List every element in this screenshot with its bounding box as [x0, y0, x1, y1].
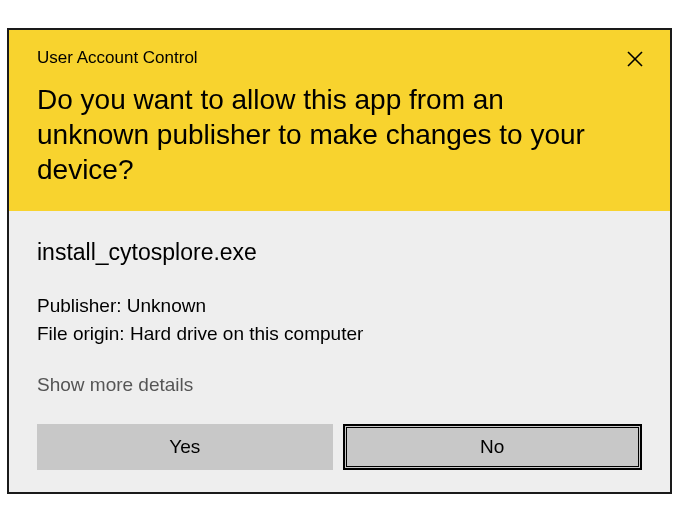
origin-value: Hard drive on this computer — [130, 323, 363, 344]
dialog-header: User Account Control Do you want to allo… — [9, 30, 670, 211]
app-name: install_cytosplore.exe — [37, 239, 642, 266]
dialog-title: User Account Control — [37, 48, 642, 68]
publisher-line: Publisher: Unknown — [37, 292, 642, 320]
close-button[interactable] — [622, 46, 648, 72]
publisher-value: Unknown — [127, 295, 206, 316]
origin-label: File origin: — [37, 323, 125, 344]
dialog-prompt: Do you want to allow this app from an un… — [37, 82, 642, 187]
uac-dialog: User Account Control Do you want to allo… — [7, 28, 672, 493]
publisher-label: Publisher: — [37, 295, 122, 316]
origin-line: File origin: Hard drive on this computer — [37, 320, 642, 348]
show-more-details-link[interactable]: Show more details — [37, 374, 193, 396]
dialog-body: install_cytosplore.exe Publisher: Unknow… — [9, 211, 670, 413]
no-button[interactable]: No — [343, 424, 643, 470]
button-row: Yes No — [9, 414, 670, 492]
close-icon — [626, 50, 644, 68]
yes-button[interactable]: Yes — [37, 424, 333, 470]
